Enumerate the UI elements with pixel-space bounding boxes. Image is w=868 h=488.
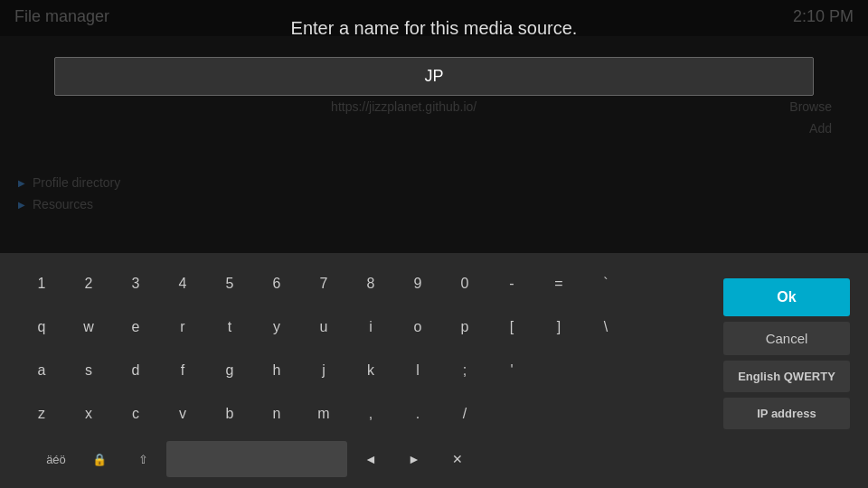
- key-lbracket[interactable]: [: [488, 307, 535, 347]
- right-panel: Ok Cancel English QWERTY IP address: [723, 278, 850, 429]
- key-k[interactable]: k: [347, 351, 394, 390]
- key-left[interactable]: ◄: [351, 441, 391, 477]
- key-l[interactable]: l: [394, 351, 441, 390]
- key-0[interactable]: 0: [441, 264, 488, 304]
- key-n[interactable]: n: [253, 394, 300, 434]
- key-backtick[interactable]: `: [582, 264, 629, 304]
- key-rbracket[interactable]: ]: [535, 307, 582, 347]
- key-backslash[interactable]: \: [582, 307, 629, 347]
- key-r[interactable]: r: [159, 307, 206, 347]
- key-s[interactable]: s: [65, 351, 112, 390]
- dialog-top: Enter a name for this media source.: [0, 0, 868, 48]
- key-2[interactable]: 2: [65, 264, 112, 304]
- key-a[interactable]: a: [18, 351, 65, 390]
- key-p[interactable]: p: [441, 307, 488, 347]
- key-x[interactable]: x: [65, 394, 112, 434]
- key-period[interactable]: .: [394, 394, 441, 434]
- key-o[interactable]: o: [394, 307, 441, 347]
- key-q[interactable]: q: [18, 307, 65, 347]
- keyboard-bottom-bar: äéö 🔒 ⇧ ◄ ► ✕: [18, 437, 477, 481]
- key-row-asdf: a s d f g h j k l ; ': [18, 351, 535, 390]
- key-c[interactable]: c: [112, 394, 159, 434]
- key-b[interactable]: b: [206, 394, 253, 434]
- key-m[interactable]: m: [300, 394, 347, 434]
- key-9[interactable]: 9: [394, 264, 441, 304]
- key-t[interactable]: t: [206, 307, 253, 347]
- layout-button[interactable]: English QWERTY: [723, 361, 850, 392]
- key-y[interactable]: y: [253, 307, 300, 347]
- key-row-zxcv: z x c v b n m , . /: [18, 394, 488, 434]
- key-spacebar[interactable]: [166, 441, 347, 477]
- dialog-input-area[interactable]: [0, 48, 868, 105]
- key-quote[interactable]: ': [488, 351, 535, 390]
- key-g[interactable]: g: [206, 351, 253, 390]
- key-h[interactable]: h: [253, 351, 300, 390]
- key-semicolon[interactable]: ;: [441, 351, 488, 390]
- key-4[interactable]: 4: [159, 264, 206, 304]
- key-v[interactable]: v: [159, 394, 206, 434]
- key-7[interactable]: 7: [300, 264, 347, 304]
- key-u[interactable]: u: [300, 307, 347, 347]
- key-1[interactable]: 1: [18, 264, 65, 304]
- key-comma[interactable]: ,: [347, 394, 394, 434]
- key-3[interactable]: 3: [112, 264, 159, 304]
- key-z[interactable]: z: [18, 394, 65, 434]
- key-8[interactable]: 8: [347, 264, 394, 304]
- name-input[interactable]: [54, 57, 814, 96]
- key-j[interactable]: j: [300, 351, 347, 390]
- key-e[interactable]: e: [112, 307, 159, 347]
- key-lock[interactable]: 🔒: [80, 441, 119, 477]
- key-f[interactable]: f: [159, 351, 206, 390]
- key-equals[interactable]: =: [535, 264, 582, 304]
- key-i[interactable]: i: [347, 307, 394, 347]
- key-special-chars[interactable]: äéö: [36, 441, 76, 477]
- key-row-numbers: 1 2 3 4 5 6 7 8 9 0 - = `: [18, 264, 629, 304]
- key-6[interactable]: 6: [253, 264, 300, 304]
- key-right[interactable]: ►: [394, 441, 434, 477]
- key-d[interactable]: d: [112, 351, 159, 390]
- key-slash[interactable]: /: [441, 394, 488, 434]
- key-shift[interactable]: ⇧: [123, 441, 163, 477]
- ip-address-button[interactable]: IP address: [723, 398, 850, 429]
- key-w[interactable]: w: [65, 307, 112, 347]
- dialog-title: Enter a name for this media source.: [18, 18, 850, 39]
- cancel-button[interactable]: Cancel: [723, 322, 850, 355]
- key-minus[interactable]: -: [488, 264, 535, 304]
- key-row-qwerty: q w e r t y u i o p [ ] \: [18, 307, 629, 347]
- key-5[interactable]: 5: [206, 264, 253, 304]
- ok-button[interactable]: Ok: [723, 278, 850, 316]
- key-backspace[interactable]: ✕: [438, 441, 477, 477]
